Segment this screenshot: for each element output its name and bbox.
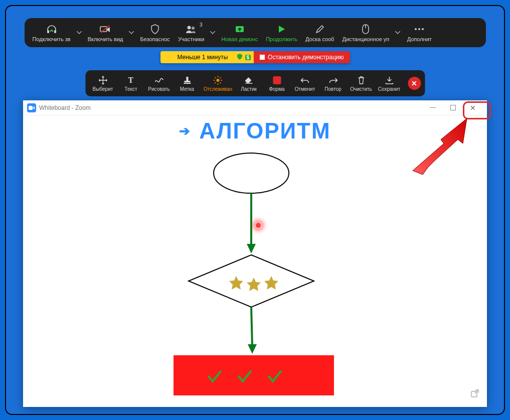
close-window-button[interactable]: ✕ <box>463 101 483 115</box>
svg-rect-0 <box>47 30 49 33</box>
new-share-label: Новая демонс <box>221 36 258 42</box>
clear-tool[interactable]: Очистить <box>348 72 375 94</box>
headphones-icon <box>46 24 57 35</box>
video-label: Включить вид <box>88 36 123 42</box>
resume-label: Продолжить <box>266 36 297 42</box>
eraser-label: Ластик <box>241 86 257 92</box>
spotlight-tool[interactable]: Отслеживан <box>202 72 234 94</box>
close-annotation-button[interactable]: ✕ <box>408 77 421 90</box>
video-button[interactable]: Включить вид <box>85 20 126 45</box>
minimize-button[interactable] <box>423 101 443 115</box>
stop-share-button[interactable]: Остановить демонстрацию <box>254 51 350 63</box>
svg-point-26 <box>214 153 289 193</box>
svg-point-10 <box>418 28 420 30</box>
svg-point-9 <box>415 28 417 30</box>
stamp-tool[interactable]: Метка <box>174 72 201 94</box>
svg-marker-29 <box>189 255 314 307</box>
more-icon <box>414 24 424 35</box>
color-swatch-icon <box>273 75 281 85</box>
select-tool[interactable]: Выберит <box>89 72 116 94</box>
share-status-bar: ⚡ Меньше 1 минуты $ Остановить демонстра… <box>160 51 350 63</box>
shield-check-icon <box>236 53 243 62</box>
flowchart-drawing <box>23 115 487 407</box>
popout-icon[interactable] <box>471 389 479 400</box>
format-tool[interactable]: Форма <box>263 72 290 94</box>
resume-button[interactable]: Продолжить <box>263 20 300 45</box>
play-icon <box>278 24 286 35</box>
new-share-button[interactable]: Новая демонс <box>218 20 261 45</box>
redo-label: Повтор <box>324 86 341 92</box>
draw-label: Рисовать <box>148 86 169 92</box>
select-label: Выберит <box>93 86 113 92</box>
pencil-icon <box>315 24 324 35</box>
download-icon <box>385 75 393 85</box>
participants-caret[interactable] <box>209 20 216 45</box>
draw-icon <box>154 75 163 85</box>
whiteboard-button[interactable]: Доска сооб <box>302 20 337 45</box>
redo-tool[interactable]: Повтор <box>319 72 347 94</box>
redo-icon <box>328 75 337 85</box>
annotation-toolbar: Выберит T Текст Рисовать Метка Отслежива… <box>85 70 425 96</box>
status-icons[interactable]: $ <box>233 51 254 63</box>
undo-label: Отменит <box>295 86 315 92</box>
close-icon: ✕ <box>411 79 417 87</box>
timer-pill[interactable]: ⚡ Меньше 1 минуты <box>160 51 233 63</box>
undo-tool[interactable]: Отменит <box>291 72 318 94</box>
whiteboard-label: Доска сооб <box>305 36 334 42</box>
participants-label: Участники <box>178 36 205 42</box>
more-label: Дополнит <box>407 36 432 42</box>
stop-icon <box>260 55 265 60</box>
move-icon <box>98 75 107 85</box>
mouse-icon <box>362 24 369 35</box>
stamp-label: Метка <box>180 86 194 92</box>
svg-point-5 <box>192 27 195 30</box>
text-label: Текст <box>124 86 137 92</box>
window-title: Whiteboard - Zoom <box>39 104 91 111</box>
timer-text: Меньше 1 минуты <box>177 54 228 61</box>
stop-label: Остановить демонстрацию <box>268 54 344 61</box>
svg-line-22 <box>220 77 221 78</box>
maximize-button[interactable] <box>443 101 463 115</box>
text-tool[interactable]: T Текст <box>117 72 144 94</box>
remote-caret[interactable] <box>394 20 401 45</box>
zoom-main-toolbar: Подключить зв Включить вид Безопаснос 3 <box>25 18 486 47</box>
participants-button[interactable]: 3 Участники <box>175 20 208 45</box>
window-titlebar[interactable]: Whiteboard - Zoom ✕ <box>23 100 487 115</box>
draw-tool[interactable]: Рисовать <box>145 72 173 94</box>
svg-point-15 <box>217 79 220 82</box>
video-caret[interactable] <box>128 20 135 45</box>
svg-line-30 <box>251 307 252 346</box>
close-x-icon: ✕ <box>470 104 476 112</box>
remote-label: Дистанционное уп <box>343 36 390 42</box>
svg-line-20 <box>215 77 216 78</box>
zoom-app-icon <box>27 103 36 112</box>
audio-label: Подключить зв <box>33 36 71 42</box>
save-label: Сохранит <box>378 86 400 92</box>
svg-rect-1 <box>54 30 56 33</box>
remote-button[interactable]: Дистанционное уп <box>339 20 393 45</box>
svg-line-23 <box>215 82 216 83</box>
participants-icon <box>185 24 197 35</box>
bolt-icon: ⚡ <box>165 54 173 61</box>
audio-button[interactable]: Подключить зв <box>30 20 74 45</box>
maximize-icon <box>450 105 456 110</box>
audio-caret[interactable] <box>76 20 83 45</box>
svg-marker-28 <box>247 244 256 253</box>
eraser-tool[interactable]: Ластик <box>235 72 262 94</box>
spotlight-label: Отслеживан <box>204 86 232 92</box>
security-button[interactable]: Безопаснос <box>137 20 173 45</box>
spotlight-icon <box>214 75 223 85</box>
clear-label: Очистить <box>350 86 372 92</box>
svg-point-11 <box>422 28 424 30</box>
participants-count: 3 <box>200 22 203 28</box>
minimize-icon <box>430 107 436 108</box>
video-off-icon <box>99 24 111 35</box>
whiteboard-canvas[interactable]: ➔ АЛГОРИТМ <box>23 115 487 407</box>
svg-rect-13 <box>184 81 190 82</box>
format-label: Форма <box>269 86 284 92</box>
more-button[interactable]: Дополнит <box>403 20 435 45</box>
shield-icon <box>150 24 159 35</box>
text-icon: T <box>128 75 134 85</box>
svg-rect-25 <box>29 106 33 110</box>
save-tool[interactable]: Сохранит <box>376 72 403 94</box>
